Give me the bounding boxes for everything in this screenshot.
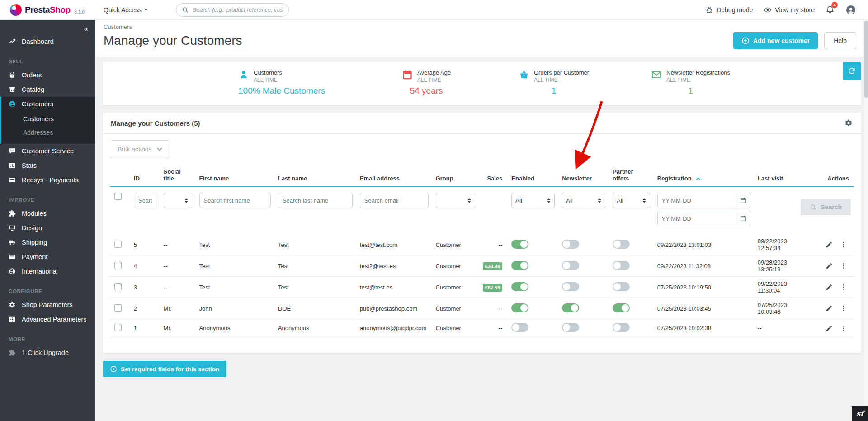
- edit-pencil-icon[interactable]: [826, 241, 833, 248]
- filter-id-input[interactable]: [134, 193, 156, 208]
- filter-last-name-input[interactable]: [278, 193, 353, 208]
- basket-icon: [519, 69, 529, 80]
- grid-settings-gear-icon[interactable]: [844, 119, 853, 127]
- edit-pencil-icon[interactable]: [826, 325, 833, 332]
- global-search-input[interactable]: [193, 7, 283, 13]
- sidebar-item-design[interactable]: Design: [0, 221, 95, 235]
- enabled-toggle[interactable]: [511, 282, 528, 291]
- col-enabled[interactable]: Enabled: [507, 165, 557, 187]
- filter-partner-offers-select[interactable]: All: [613, 193, 650, 208]
- select-all-checkbox[interactable]: [114, 193, 122, 200]
- registration-from-input[interactable]: [658, 197, 736, 204]
- set-required-fields-button[interactable]: Set required fields for this section: [103, 361, 226, 377]
- row-checkbox[interactable]: [114, 304, 122, 312]
- sidebar-item-shipping[interactable]: Shipping: [0, 235, 95, 250]
- page-scrollbar[interactable]: [863, 20, 868, 421]
- sidebar-item-dashboard[interactable]: Dashboard: [0, 34, 95, 49]
- col-sales[interactable]: Sales: [478, 165, 507, 187]
- partner-offers-toggle[interactable]: [613, 303, 630, 312]
- newsletter-toggle[interactable]: [562, 240, 579, 249]
- help-button[interactable]: Help: [824, 32, 856, 49]
- partner-offers-toggle[interactable]: [613, 323, 630, 332]
- col-last-name[interactable]: Last name: [274, 165, 355, 187]
- add-new-customer-label: Add new customer: [753, 37, 810, 44]
- col-registration[interactable]: Registration: [653, 165, 753, 187]
- quick-access-dropdown[interactable]: Quick Access: [104, 6, 148, 14]
- row-checkbox[interactable]: [114, 241, 122, 248]
- edit-pencil-icon[interactable]: [826, 262, 833, 270]
- prestashop-logo[interactable]: PrestaShop 8.1.0: [0, 4, 95, 16]
- add-new-customer-button[interactable]: Add new customer: [733, 32, 818, 49]
- col-group[interactable]: Group: [431, 165, 478, 187]
- debug-mode-label: Debug mode: [717, 6, 753, 14]
- cell-last-name: Test: [274, 234, 355, 255]
- col-first-name[interactable]: First name: [195, 165, 274, 187]
- filter-newsletter-select[interactable]: All: [562, 193, 605, 208]
- trending-up-icon: [9, 38, 16, 45]
- col-newsletter[interactable]: Newsletter: [557, 165, 608, 187]
- notifications-button[interactable]: 4: [826, 5, 835, 15]
- filter-email-input[interactable]: [360, 193, 429, 208]
- sidebar-item-payment[interactable]: Payment: [0, 250, 95, 264]
- row-checkbox[interactable]: [114, 324, 122, 331]
- filter-search-button[interactable]: Search: [801, 199, 851, 215]
- calendar-icon[interactable]: [736, 211, 750, 226]
- registration-to-input[interactable]: [658, 215, 736, 222]
- enabled-toggle[interactable]: [511, 323, 528, 332]
- sidebar-item-stats[interactable]: Stats: [0, 158, 95, 173]
- col-email[interactable]: Email address: [355, 165, 431, 187]
- kebab-menu-icon[interactable]: [840, 305, 847, 312]
- sidebar-item-shop-parameters[interactable]: Shop Parameters: [0, 298, 95, 312]
- scrollbar-thumb[interactable]: [864, 21, 868, 98]
- sidebar-item-1-click-upgrade[interactable]: 1-Click Upgrade: [0, 345, 95, 360]
- sidebar-item-catalog[interactable]: Catalog: [0, 82, 95, 97]
- sidebar-collapse-button[interactable]: «: [0, 20, 95, 34]
- row-checkbox[interactable]: [114, 262, 122, 269]
- newsletter-toggle[interactable]: [562, 261, 579, 270]
- calendar-icon[interactable]: [736, 193, 750, 208]
- sidebar-item-orders[interactable]: Orders: [0, 68, 95, 82]
- sidebar-item-international[interactable]: International: [0, 264, 95, 279]
- edit-pencil-icon[interactable]: [826, 284, 833, 291]
- kpi-refresh-button[interactable]: [843, 62, 861, 80]
- sidebar-item-label: International: [22, 268, 58, 275]
- breadcrumb[interactable]: Customers: [104, 24, 856, 30]
- filter-enabled-select[interactable]: All: [511, 193, 555, 208]
- sidebar-item-customer-service[interactable]: Customer Service: [0, 144, 95, 158]
- col-partner-offers[interactable]: Partner offers: [608, 165, 653, 187]
- newsletter-toggle[interactable]: [562, 323, 579, 332]
- filter-social-title-select[interactable]: [164, 193, 192, 208]
- sales-badge: €67.59: [483, 284, 503, 292]
- sidebar-item-redsys-payments[interactable]: Redsys - Payments: [0, 173, 95, 187]
- newsletter-toggle[interactable]: [562, 303, 579, 312]
- submenu-item-customers[interactable]: Customers: [1, 112, 95, 126]
- partner-offers-toggle[interactable]: [613, 261, 630, 270]
- row-checkbox[interactable]: [114, 283, 122, 290]
- enabled-toggle[interactable]: [511, 261, 528, 270]
- col-last-visit[interactable]: Last visit: [753, 165, 813, 187]
- filter-first-name-input[interactable]: [199, 193, 271, 208]
- col-id[interactable]: ID: [129, 165, 159, 187]
- partner-offers-toggle[interactable]: [613, 282, 630, 291]
- partner-offers-toggle[interactable]: [613, 240, 630, 249]
- kebab-menu-icon[interactable]: [840, 325, 847, 332]
- debug-mode-button[interactable]: Debug mode: [705, 6, 753, 14]
- filter-group-select[interactable]: [436, 193, 476, 208]
- sidebar-item-modules[interactable]: Modules: [0, 206, 95, 221]
- submenu-item-addresses[interactable]: Addresses: [1, 126, 95, 139]
- bulk-actions-button[interactable]: Bulk actions: [110, 140, 170, 158]
- symfony-profiler-badge[interactable]: sf: [852, 406, 868, 421]
- col-social-title[interactable]: Social title: [159, 165, 195, 187]
- enabled-toggle[interactable]: [511, 240, 528, 249]
- view-my-store-button[interactable]: View my store: [764, 6, 815, 14]
- kebab-menu-icon[interactable]: [840, 284, 847, 291]
- cell-first-name: John: [195, 298, 274, 319]
- profile-avatar[interactable]: [845, 5, 856, 15]
- kebab-menu-icon[interactable]: [840, 241, 847, 248]
- sidebar-item-customers[interactable]: Customers: [1, 97, 95, 111]
- edit-pencil-icon[interactable]: [826, 305, 833, 312]
- enabled-toggle[interactable]: [511, 303, 528, 312]
- newsletter-toggle[interactable]: [562, 282, 579, 291]
- kebab-menu-icon[interactable]: [840, 262, 847, 270]
- sidebar-item-advanced-parameters[interactable]: Advanced Parameters: [0, 312, 95, 326]
